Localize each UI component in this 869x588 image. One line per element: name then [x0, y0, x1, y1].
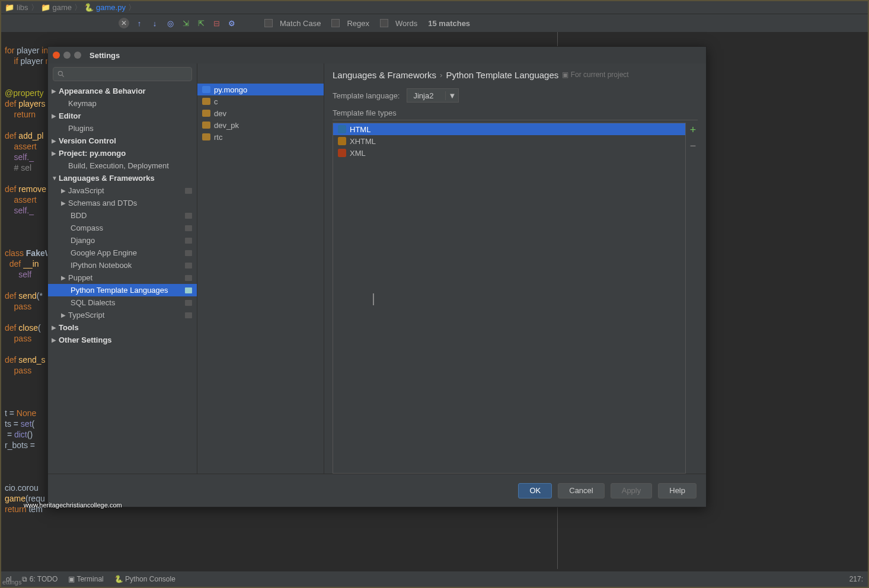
settings-tree-pane: ▶Appearance & Behavior Keymap ▶Editor Pl… [48, 63, 197, 474]
tree-other[interactable]: ▶Other Settings [48, 334, 197, 346]
tree-plugins[interactable]: Plugins [48, 122, 197, 135]
xml-file-icon [338, 149, 346, 157]
words-checkbox[interactable] [380, 19, 388, 27]
project-item[interactable]: py.mongo [197, 84, 324, 95]
tree-keymap[interactable]: Keymap [48, 97, 197, 110]
tree-ipy[interactable]: IPython Notebook [48, 259, 197, 271]
template-filetypes-label: Template file types [333, 108, 698, 120]
project-item[interactable]: rtc [197, 131, 324, 143]
python-console-tool[interactable]: 🐍 Python Console [114, 575, 175, 583]
filetype-list[interactable]: HTML XHTML XML [333, 123, 686, 474]
remove-filetype-button[interactable]: − [688, 140, 698, 152]
remove-selection-icon[interactable]: ⊟ [211, 18, 222, 28]
project-scope-icon [185, 225, 192, 231]
folder-icon: 📁 [41, 3, 50, 12]
tree-gae[interactable]: Google App Engine [48, 247, 197, 259]
cancel-button[interactable]: Cancel [558, 483, 604, 498]
watermark: www.heritagechristiancollege.com [24, 501, 122, 509]
tree-js[interactable]: ▶JavaScript [48, 184, 197, 197]
project-item[interactable]: dev_pk [197, 119, 324, 131]
tree-languages[interactable]: ▼Languages & Frameworks [48, 172, 197, 184]
add-selection-icon[interactable]: ⇲ [180, 18, 191, 28]
regex-label: Regex [347, 19, 369, 28]
python-file-icon: 🐍 [84, 3, 94, 12]
project-scope-icon [185, 263, 192, 269]
tree-project[interactable]: ▶Project: py.mongo [48, 147, 197, 159]
filetype-item-xml[interactable]: XML [333, 147, 685, 159]
project-scope-icon [185, 238, 192, 244]
settings-breadcrumb: Languages & Frameworks › Python Template… [333, 63, 698, 86]
close-search-icon[interactable]: ✕ [119, 18, 129, 28]
find-toolbar: ✕ ↑ ↓ ◎ ⇲ ⇱ ⊟ ⚙ Match Case Regex Words 1… [1, 14, 868, 32]
tree-vcs[interactable]: ▶Version Control [48, 135, 197, 147]
tree-python-template-languages[interactable]: Python Template Languages [48, 284, 197, 296]
folder-icon [202, 86, 210, 93]
svg-point-0 [58, 71, 62, 75]
folder-icon [202, 98, 210, 105]
minimize-icon[interactable] [63, 52, 71, 59]
arrow-up-icon[interactable]: ↑ [134, 18, 145, 28]
select-all-icon[interactable]: ⇱ [196, 18, 206, 28]
settings-search[interactable] [53, 67, 192, 81]
caret-position: 217: [849, 575, 863, 583]
tree-tools[interactable]: ▶Tools [48, 321, 197, 334]
arrow-down-icon[interactable]: ↓ [149, 18, 160, 28]
filetype-item-html[interactable]: HTML [333, 123, 685, 135]
target-icon[interactable]: ◎ [165, 18, 175, 28]
project-list[interactable]: py.mongo c dev dev_pk rtc [197, 63, 324, 474]
settings-content: Languages & Frameworks › Python Template… [324, 63, 706, 474]
dialog-footer: OK Cancel Apply Help [48, 474, 706, 507]
tree-build[interactable]: Build, Execution, Deployment [48, 159, 197, 172]
tree-sql[interactable]: SQL Dialects [48, 296, 197, 309]
apply-button[interactable]: Apply [611, 483, 653, 498]
dialog-titlebar[interactable]: Settings [48, 47, 706, 63]
combo-value: Jinja2 [407, 91, 445, 100]
splitter-handle[interactable] [372, 127, 375, 471]
project-scope-icon [185, 213, 192, 219]
ok-button[interactable]: OK [518, 483, 552, 498]
search-input[interactable] [68, 70, 188, 79]
project-item[interactable]: c [197, 95, 324, 107]
xhtml-file-icon [338, 137, 346, 145]
terminal-tool[interactable]: ▣ Terminal [68, 575, 103, 583]
breadcrumb-bar: 📁libs〉 📁game〉 🐍game.py〉 [1, 1, 868, 14]
status-bar: ol ⧉ 6: TODO ▣ Terminal 🐍 Python Console… [1, 571, 868, 587]
project-scope-icon [185, 250, 192, 256]
breadcrumb-file[interactable]: 🐍game.py〉 [84, 2, 136, 13]
tree-editor[interactable]: ▶Editor [48, 110, 197, 122]
project-scope-icon [185, 275, 192, 281]
words-label: Words [395, 19, 417, 28]
dialog-title: Settings [90, 51, 120, 60]
tree-compass[interactable]: Compass [48, 222, 197, 234]
project-scope-icon [185, 188, 192, 194]
folder-icon: 📁 [5, 3, 14, 12]
project-item[interactable]: dev [197, 107, 324, 119]
help-button[interactable]: Help [658, 483, 697, 498]
match-case-checkbox[interactable] [264, 19, 273, 27]
settings-tree[interactable]: ▶Appearance & Behavior Keymap ▶Editor Pl… [48, 85, 197, 474]
chevron-down-icon[interactable]: ▼ [445, 91, 458, 100]
tree-puppet[interactable]: ▶Puppet [48, 271, 197, 284]
tree-bdd[interactable]: BDD [48, 209, 197, 222]
close-icon[interactable] [53, 52, 60, 59]
filetype-item-xhtml[interactable]: XHTML [333, 135, 685, 147]
add-filetype-button[interactable]: + [688, 124, 698, 136]
regex-checkbox[interactable] [331, 19, 340, 27]
match-case-label: Match Case [280, 19, 321, 28]
tree-schemas[interactable]: ▶Schemas and DTDs [48, 197, 197, 209]
folder-icon [202, 110, 210, 117]
gear-icon[interactable]: ⚙ [226, 18, 237, 28]
todo-tool[interactable]: ⧉ 6: TODO [22, 575, 57, 583]
tree-ts[interactable]: ▶TypeScript [48, 309, 197, 321]
maximize-icon[interactable] [74, 52, 81, 59]
project-scope-icon [185, 287, 192, 293]
tree-appearance[interactable]: ▶Appearance & Behavior [48, 85, 197, 97]
settings-dialog: Settings ▶Appearance & Behavior Keymap ▶… [47, 46, 707, 507]
tree-django[interactable]: Django [48, 234, 197, 247]
match-count: 15 matches [428, 19, 470, 28]
template-language-combo[interactable]: Jinja2 ▼ [407, 88, 459, 103]
breadcrumb-item[interactable]: 📁game〉 [41, 2, 82, 13]
breadcrumb-item[interactable]: 📁libs〉 [5, 2, 39, 13]
folder-icon [202, 122, 210, 129]
status-extra: ettings [2, 579, 21, 586]
